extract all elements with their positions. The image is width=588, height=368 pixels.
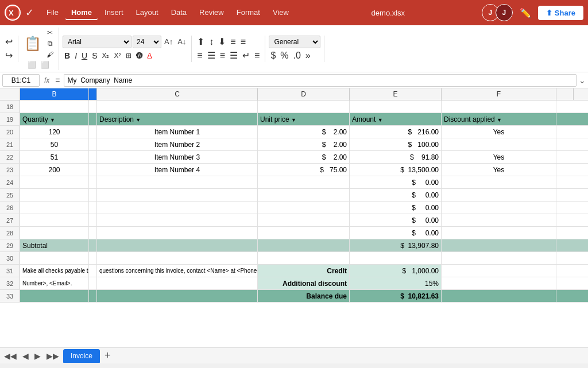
cell-d29[interactable] <box>258 239 350 251</box>
cell-b25[interactable] <box>20 189 89 201</box>
cell-d23[interactable]: $ 75.00 <box>258 164 350 176</box>
cell-c27[interactable] <box>97 214 258 226</box>
cell-c23[interactable]: Item Number 4 <box>97 164 258 176</box>
cell-e24[interactable]: $ 0.00 <box>350 176 442 188</box>
cell-b18[interactable] <box>20 100 89 113</box>
cell-b31[interactable]: Make all checks payable to <Company name… <box>20 265 89 277</box>
nav-review[interactable]: Review <box>194 6 230 20</box>
nav-layout[interactable]: Layout <box>130 6 164 20</box>
cell-f31[interactable] <box>442 265 556 277</box>
decrease-font-button[interactable]: A↓ <box>176 36 188 48</box>
cell-f26[interactable] <box>442 202 556 214</box>
wrap-text-button[interactable]: ↵ <box>241 49 252 62</box>
align-center-button[interactable]: ☰ <box>206 49 217 62</box>
cell-b33[interactable] <box>20 290 89 302</box>
cell-d31[interactable]: Credit <box>258 265 350 277</box>
col-header-c[interactable]: C <box>97 88 258 100</box>
cell-f22[interactable]: Yes <box>442 151 556 163</box>
cell-e20[interactable]: $ 216.00 <box>350 126 442 138</box>
cell-d28[interactable] <box>258 227 350 239</box>
cell-d22[interactable]: $ 2.00 <box>258 151 350 163</box>
align-middle-button[interactable]: ↕ <box>207 36 215 48</box>
cell-c19[interactable]: Description ▼ <box>97 113 258 125</box>
cell-e19[interactable]: Amount ▼ <box>350 113 442 125</box>
font-size-select[interactable]: 24 <box>133 36 161 48</box>
fill-color-button[interactable]: 🅐 <box>134 51 145 61</box>
paste-button[interactable]: 📋 <box>22 31 44 56</box>
cell-b26[interactable] <box>20 202 89 214</box>
percent-button[interactable]: % <box>278 49 290 62</box>
cell-d24[interactable] <box>258 176 350 188</box>
cut-button[interactable]: ✂ <box>45 28 55 38</box>
cell-c31[interactable]: questions concerning this invoice, conta… <box>97 265 258 277</box>
cell-f21[interactable] <box>442 138 556 150</box>
cell-e25[interactable]: $ 0.00 <box>350 189 442 201</box>
cell-b28[interactable] <box>20 227 89 239</box>
cell-b27[interactable] <box>20 214 89 226</box>
share-button[interactable]: ⬆ Share <box>538 6 583 20</box>
cell-f23[interactable]: Yes <box>442 164 556 176</box>
tab-next-button[interactable]: ▶ <box>33 351 42 361</box>
cell-b22[interactable]: 51 <box>20 151 89 163</box>
nav-view[interactable]: View <box>267 6 295 20</box>
cell-f27[interactable] <box>442 214 556 226</box>
italic-button[interactable]: I <box>73 49 79 62</box>
cell-e29[interactable]: $ 13,907.80 <box>350 239 442 251</box>
align-bottom-button[interactable]: ⬇ <box>216 36 227 48</box>
copy-button[interactable]: ⧉ <box>45 38 55 49</box>
cell-c28[interactable] <box>97 227 258 239</box>
cell-f24[interactable] <box>442 176 556 188</box>
increase-font-button[interactable]: A↑ <box>163 36 175 48</box>
cell-e32[interactable]: 15% <box>350 277 442 289</box>
cell-e33[interactable]: $ 10,821.63 <box>350 290 442 302</box>
fx-button[interactable]: fx <box>42 76 52 84</box>
nav-format[interactable]: Format <box>231 6 266 20</box>
cell-f18[interactable] <box>442 100 556 113</box>
clipboard-btn-1[interactable]: ⬜ <box>26 60 38 70</box>
font-color-button[interactable]: A <box>146 51 154 61</box>
sheet-tab-invoice[interactable]: Invoice <box>63 349 100 363</box>
edit-icon[interactable]: ✏️ <box>517 5 533 21</box>
subscript-button[interactable]: X₂ <box>100 51 111 61</box>
nav-home[interactable]: Home <box>65 6 98 20</box>
number-format-select[interactable]: General <box>269 36 320 48</box>
checkmark-icon[interactable]: ✓ <box>25 6 34 19</box>
cell-b23[interactable]: 200 <box>20 164 89 176</box>
cell-e26[interactable]: $ 0.00 <box>350 202 442 214</box>
cell-b32[interactable]: Number>, <Email>. <box>20 277 89 289</box>
nav-data[interactable]: Data <box>165 6 192 20</box>
col-header-f[interactable]: F <box>442 88 556 100</box>
cell-d19[interactable]: Unit price ▼ <box>258 113 350 125</box>
decimal-button[interactable]: .0 <box>292 49 303 62</box>
cell-e23[interactable]: $ 13,500.00 <box>350 164 442 176</box>
formula-expand-icon[interactable]: ⌄ <box>579 76 586 85</box>
col-header-b[interactable]: B <box>20 88 89 100</box>
cell-e21[interactable]: $ 100.00 <box>350 138 442 150</box>
cell-d21[interactable]: $ 2.00 <box>258 138 350 150</box>
add-sheet-button[interactable]: + <box>102 350 113 362</box>
cell-d25[interactable] <box>258 189 350 201</box>
format-painter-button[interactable]: 🖌 <box>45 49 55 60</box>
align-top-button[interactable]: ⬆ <box>195 36 206 48</box>
more-button[interactable]: » <box>304 49 312 62</box>
cell-d33[interactable]: Balance due <box>258 290 350 302</box>
align-left-button[interactable]: ≡ <box>195 49 204 62</box>
cell-d30[interactable] <box>258 252 350 264</box>
cell-f28[interactable] <box>442 227 556 239</box>
cell-d20[interactable]: $ 2.00 <box>258 126 350 138</box>
justify-button[interactable]: ☰ <box>228 49 239 62</box>
cell-c22[interactable]: Item Number 3 <box>97 151 258 163</box>
col-header-e[interactable]: E <box>350 88 442 100</box>
cell-f29[interactable] <box>442 239 556 251</box>
align-right-button[interactable]: ≡ <box>218 49 227 62</box>
cell-c25[interactable] <box>97 189 258 201</box>
app-logo[interactable]: X <box>5 5 21 21</box>
cell-f32[interactable] <box>442 277 556 289</box>
tab-last-button[interactable]: ▶▶ <box>45 351 61 361</box>
cell-e22[interactable]: $ 91.80 <box>350 151 442 163</box>
redo-button[interactable]: ↪ <box>3 49 14 62</box>
font-name-select[interactable]: Arial <box>63 36 131 48</box>
cell-ref-input[interactable] <box>2 74 40 87</box>
bold-button[interactable]: B <box>63 49 72 62</box>
cell-b24[interactable] <box>20 176 89 188</box>
